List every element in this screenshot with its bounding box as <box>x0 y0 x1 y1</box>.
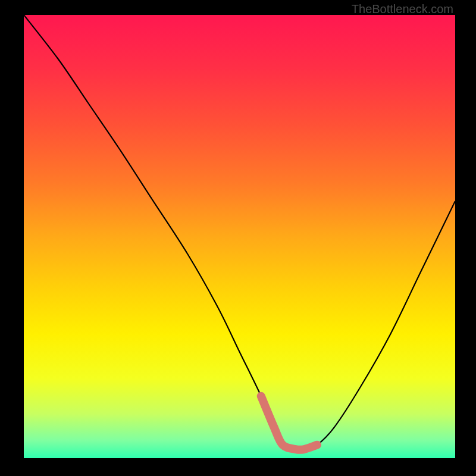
watermark-text: TheBottleneck.com <box>352 2 453 16</box>
bottleneck-chart <box>24 15 455 458</box>
gradient-background <box>24 15 455 458</box>
chart-frame <box>24 15 455 458</box>
